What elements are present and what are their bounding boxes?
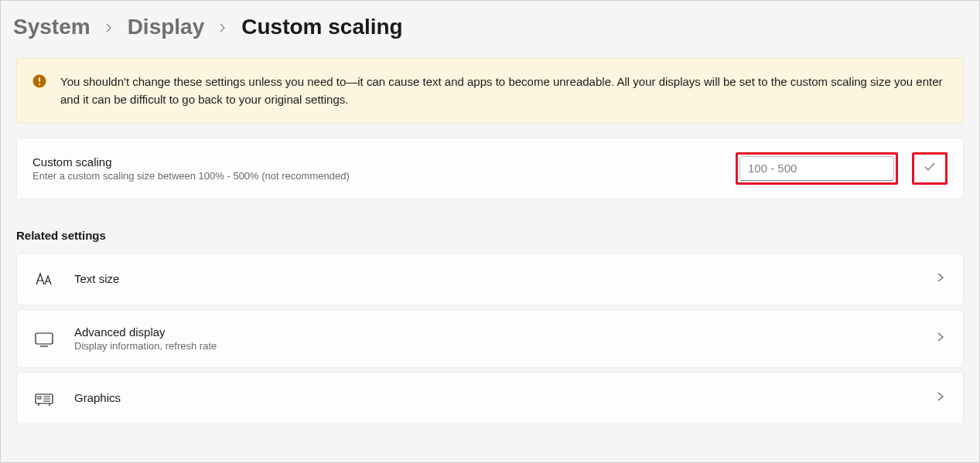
warning-icon <box>32 74 46 88</box>
warning-banner: You shouldn't change these settings unle… <box>16 58 964 124</box>
highlight-box <box>736 152 898 185</box>
display-icon <box>34 329 54 349</box>
custom-scaling-input[interactable] <box>739 156 894 181</box>
check-icon <box>922 159 937 177</box>
chevron-right-icon <box>218 19 227 36</box>
related-item-subtitle: Display information, refresh rate <box>74 340 915 352</box>
graphics-icon <box>34 388 54 408</box>
chevron-right-icon <box>935 391 946 405</box>
confirm-button[interactable] <box>916 156 944 181</box>
svg-rect-1 <box>39 77 40 82</box>
breadcrumb-display[interactable]: Display <box>128 15 205 39</box>
related-item-graphics[interactable]: Graphics <box>16 372 964 424</box>
page-title: Custom scaling <box>241 15 402 39</box>
related-item-title: Graphics <box>74 391 915 404</box>
custom-scaling-card: Custom scaling Enter a custom scaling si… <box>16 138 964 199</box>
breadcrumb-system[interactable]: System <box>13 15 90 39</box>
related-item-title: Text size <box>74 272 915 285</box>
related-item-text-size[interactable]: Text size <box>16 253 964 305</box>
svg-rect-6 <box>38 397 41 399</box>
related-item-title: Advanced display <box>74 325 915 339</box>
svg-point-2 <box>39 83 40 85</box>
text-size-icon <box>34 269 54 289</box>
related-item-advanced-display[interactable]: Advanced display Display information, re… <box>16 309 964 368</box>
chevron-right-icon <box>935 272 946 286</box>
chevron-right-icon <box>935 332 946 346</box>
highlight-box <box>912 152 948 185</box>
custom-scaling-subtitle: Enter a custom scaling size between 100%… <box>32 170 723 182</box>
warning-text: You shouldn't change these settings unle… <box>60 73 948 109</box>
svg-rect-3 <box>36 333 53 344</box>
custom-scaling-title: Custom scaling <box>32 155 723 169</box>
related-settings-header: Related settings <box>16 229 964 242</box>
breadcrumb: System Display Custom scaling <box>13 1 967 58</box>
chevron-right-icon <box>104 19 114 36</box>
